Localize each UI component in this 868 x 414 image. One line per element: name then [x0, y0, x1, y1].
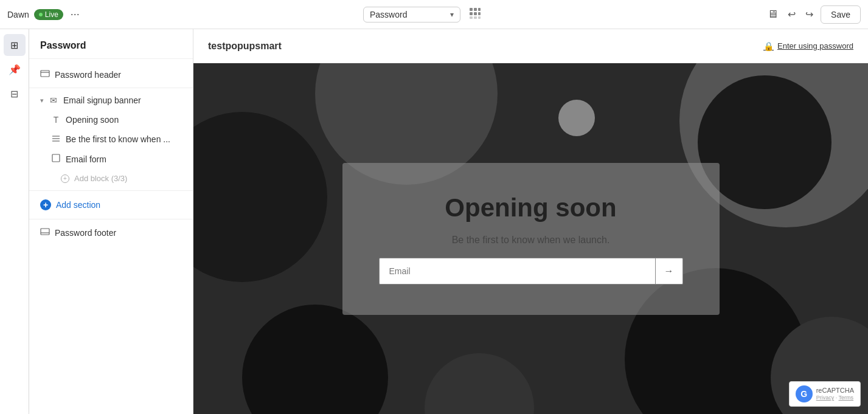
- bg-shape-5: [558, 100, 595, 136]
- svg-rect-15: [41, 229, 49, 235]
- password-link-label: Enter using password: [777, 41, 853, 50]
- live-badge: Live: [34, 9, 63, 20]
- panel-title: Password: [29, 29, 193, 59]
- panel-item-label-be-first: Be the first to know when ...: [66, 134, 182, 144]
- topbar-left: Dawn Live ···: [7, 5, 82, 23]
- header-icon: [40, 69, 50, 80]
- panel-item-email-form[interactable]: Email form: [29, 149, 193, 169]
- divider-2: [29, 190, 193, 191]
- recaptcha-terms-link[interactable]: Terms: [839, 395, 854, 401]
- opening-soon-title: Opening soon: [445, 193, 616, 223]
- panel-item-password-header[interactable]: Password header: [29, 64, 193, 85]
- divider-3: [29, 219, 193, 219]
- live-label: Live: [45, 10, 58, 19]
- svg-rect-14: [52, 154, 60, 162]
- panel-item-add-block: + Add block (3/3): [29, 169, 193, 188]
- panel-item-opening-soon[interactable]: T Opening soon: [29, 110, 193, 129]
- grid-view-button[interactable]: [467, 5, 484, 24]
- panel: Password Password header ▾ ✉ Email signu…: [29, 29, 193, 414]
- add-block-icon: +: [61, 174, 69, 183]
- bg-shape-7: [425, 353, 534, 414]
- panel-item-password-footer[interactable]: Password footer: [29, 222, 193, 243]
- store-header: testpopupsmart 🔒 Enter using password: [193, 29, 868, 63]
- opening-soon-subtitle: Be the first to know when we launch.: [452, 235, 610, 246]
- svg-rect-0: [470, 8, 473, 11]
- svg-rect-8: [478, 16, 481, 19]
- recaptcha-privacy-link[interactable]: Privacy: [816, 395, 835, 401]
- panel-item-label-email-form: Email form: [66, 154, 182, 164]
- icon-sidebar: ⊞ 📌 ⊟: [0, 29, 29, 414]
- undo-button[interactable]: ↩: [785, 6, 798, 22]
- chevron-down-icon: ▾: [450, 10, 454, 19]
- sidebar-icon-pages[interactable]: ⊞: [4, 34, 26, 56]
- add-block-label: Add block (3/3): [74, 174, 127, 183]
- save-button[interactable]: Save: [821, 5, 861, 24]
- panel-item-label-email-signup: Email signup banner: [63, 95, 182, 105]
- store-name: Dawn: [7, 10, 29, 19]
- text-icon: T: [51, 115, 61, 125]
- frame-icon: [51, 154, 61, 164]
- more-button[interactable]: ···: [68, 5, 82, 23]
- email-submit-button[interactable]: →: [655, 258, 682, 284]
- page-select-dropdown[interactable]: Password ▾: [363, 7, 460, 22]
- lock-icon: 🔒: [763, 41, 774, 51]
- divider-1: [29, 88, 193, 88]
- lines-icon: [51, 134, 61, 144]
- monitor-button[interactable]: 🖥: [765, 5, 780, 23]
- panel-item-label-password-footer: Password footer: [55, 228, 182, 238]
- collapse-arrow-icon: ▾: [40, 97, 44, 105]
- svg-rect-6: [470, 16, 473, 19]
- svg-rect-7: [474, 16, 477, 19]
- svg-rect-4: [474, 12, 477, 15]
- live-dot: [39, 13, 43, 16]
- password-link[interactable]: 🔒 Enter using password: [763, 41, 853, 51]
- envelope-icon: ✉: [49, 95, 58, 105]
- panel-item-be-first[interactable]: Be the first to know when ...: [29, 129, 193, 149]
- topbar-right: 🖥 ↩ ↪ Save: [765, 5, 861, 24]
- svg-rect-3: [470, 12, 473, 15]
- email-form-row: →: [379, 258, 683, 285]
- grid-icon: [469, 7, 481, 19]
- main-layout: ⊞ 📌 ⊟ Password Password header ▾ ✉: [0, 29, 868, 414]
- panel-item-email-signup-banner[interactable]: ▾ ✉ Email signup banner: [29, 91, 193, 110]
- bg-shape-1: [193, 112, 327, 282]
- panel-list: Password header ▾ ✉ Email signup banner …: [29, 59, 193, 414]
- footer-icon: [40, 227, 50, 238]
- panel-item-label-opening-soon: Opening soon: [66, 115, 182, 125]
- svg-rect-2: [478, 8, 481, 11]
- bg-shape-6: [242, 305, 388, 414]
- sidebar-icon-pin[interactable]: 📌: [4, 58, 26, 80]
- page-select-label: Password: [370, 10, 407, 19]
- recaptcha-logo: G: [796, 385, 813, 402]
- sidebar-icon-blocks[interactable]: ⊟: [4, 83, 26, 105]
- bg-canvas: Opening soon Be the first to know when w…: [193, 63, 868, 414]
- recaptcha-text: reCAPTCHA Privacy · Terms: [816, 386, 854, 402]
- topbar-center: Password ▾: [89, 5, 757, 24]
- canvas-area: testpopupsmart 🔒 Enter using password: [193, 29, 868, 414]
- store-title: testpopupsmart: [208, 41, 282, 52]
- panel-item-label-password-header: Password header: [55, 70, 182, 80]
- redo-button[interactable]: ↪: [803, 6, 816, 22]
- recaptcha-badge: G reCAPTCHA Privacy · Terms: [789, 381, 861, 407]
- password-page: Opening soon Be the first to know when w…: [193, 63, 868, 414]
- svg-rect-5: [478, 12, 481, 15]
- svg-rect-9: [41, 71, 49, 77]
- add-section-icon: +: [40, 199, 51, 210]
- center-card: Opening soon Be the first to know when w…: [342, 163, 720, 315]
- add-section-button[interactable]: + Add section: [29, 193, 193, 216]
- svg-rect-1: [474, 8, 477, 11]
- email-input[interactable]: [380, 259, 655, 283]
- topbar: Dawn Live ··· Password ▾ 🖥: [0, 0, 868, 29]
- add-section-label: Add section: [56, 200, 100, 210]
